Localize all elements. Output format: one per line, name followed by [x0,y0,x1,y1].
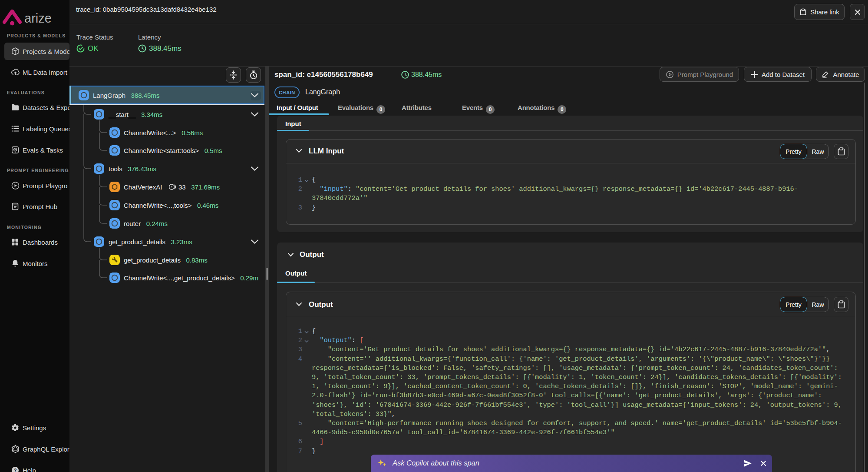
svg-text:arize: arize [24,11,52,25]
svg-text:?: ? [14,468,17,472]
